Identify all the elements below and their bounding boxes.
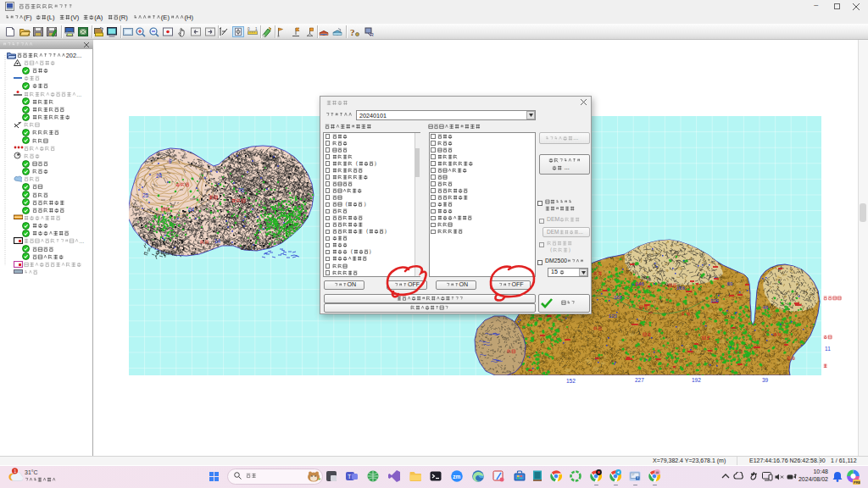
svg-text:T: T (348, 474, 352, 480)
svg-text:R: R (370, 32, 375, 37)
svg-text:1: 1 (14, 469, 16, 474)
svg-text:?: ? (350, 27, 355, 37)
svg-text:1: 1 (255, 27, 258, 31)
svg-text:0: 0 (248, 27, 250, 31)
svg-text:zm: zm (453, 474, 460, 480)
svg-text:PRE: PRE (854, 480, 860, 485)
